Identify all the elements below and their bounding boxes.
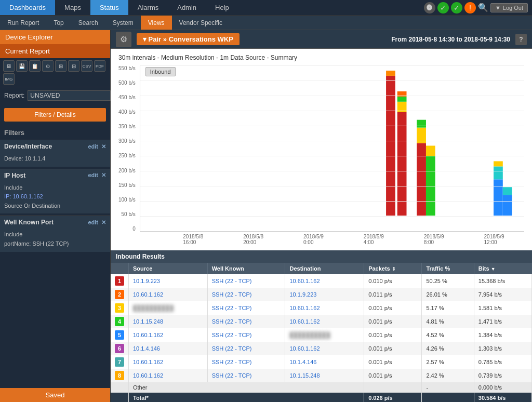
subnav-top[interactable]: Top	[46, 16, 71, 30]
row-well-known[interactable]: SSH (22 - TCP)	[207, 328, 285, 342]
nav-admin[interactable]: Admin	[168, 0, 206, 15]
filter-ip-host-close[interactable]: ✕	[101, 172, 106, 179]
filter-well-known-port: Well Known Port edit ✕ Include portName:…	[0, 216, 110, 251]
y-label-300: 300 b/s	[118, 138, 136, 144]
row-destination[interactable]: 10.60.1.162	[285, 342, 364, 355]
col-destination[interactable]: Destination	[285, 263, 364, 274]
y-label-100: 100 b/s	[118, 197, 136, 203]
row-source[interactable]: ██████████	[129, 301, 208, 315]
toolbar-btn-6[interactable]: ⊟	[68, 60, 79, 72]
subnav-views[interactable]: Views	[141, 16, 172, 30]
toolbar-btn-1[interactable]: 🖥	[3, 60, 15, 72]
row-number: 1	[115, 276, 124, 286]
row-well-known[interactable]: SSH (22 - TCP)	[207, 288, 285, 301]
row-well-known[interactable]: SSH (22 - TCP)	[207, 301, 285, 315]
nav-maps[interactable]: Maps	[55, 0, 90, 15]
row-destination[interactable]: 10.1.15.248	[285, 369, 364, 382]
logout-button[interactable]: ▼ Log Out	[490, 3, 528, 12]
col-source[interactable]: Source	[129, 263, 208, 274]
sidebar-device-explorer[interactable]: Device Explorer	[0, 30, 110, 44]
nav-dashboards[interactable]: Dashboards	[0, 0, 55, 15]
toolbar-btn-2[interactable]: 💾	[16, 60, 28, 72]
other-label: Other	[129, 382, 364, 393]
filter-device-interface-content: Device: 10.1.1.4	[0, 153, 110, 167]
filter-ip-address: IP: 10.60.1.162	[4, 192, 106, 202]
filter-device-interface-edit[interactable]: edit	[88, 143, 98, 150]
row-destination[interactable]: 10.1.4.146	[285, 355, 364, 369]
filter-well-known-port-edit[interactable]: edit	[88, 219, 98, 226]
filter-well-known-port-close[interactable]: ✕	[101, 219, 106, 226]
row-packets: 0.001 p/s	[364, 328, 422, 342]
filter-port-name: portName: SSH (22 TCP)	[4, 239, 106, 249]
row-well-known[interactable]: SSH (22 - TCP)	[207, 342, 285, 355]
subnav-run-report[interactable]: Run Report	[0, 16, 46, 30]
top-navigation: Dashboards Maps Status Alarms Admin Help…	[0, 0, 532, 16]
status-icon-orange: !	[464, 2, 476, 14]
row-traffic: 2.42 %	[422, 369, 474, 382]
row-source[interactable]: 10.60.1.162	[129, 288, 208, 301]
row-destination[interactable]: 10.1.9.223	[285, 288, 364, 301]
sidebar-current-report[interactable]: Current Report	[0, 44, 110, 58]
toolbar-btn-5[interactable]: ⊞	[55, 60, 66, 72]
row-source[interactable]: 10.1.4.146	[129, 342, 208, 355]
grid-line-3	[140, 111, 524, 111]
subnav-vendor-specific[interactable]: Vendor Specific	[172, 16, 230, 30]
row-source[interactable]: 10.1.15.248	[129, 315, 208, 328]
row-destination[interactable]: 10.60.1.162	[285, 274, 364, 288]
col-traffic[interactable]: Traffic %	[422, 263, 474, 274]
table-row: 8 10.60.1.162 SSH (22 - TCP) 10.1.15.248…	[111, 369, 532, 382]
help-button[interactable]: ?	[515, 34, 527, 45]
x-label-4: 2018/5/94:00	[364, 234, 384, 245]
toolbar-btn-img[interactable]: IMG	[3, 73, 15, 85]
row-well-known[interactable]: SSH (22 - TCP)	[207, 274, 285, 288]
report-row: Report:	[0, 87, 110, 104]
row-source[interactable]: 10.60.1.162	[129, 355, 208, 369]
search-icon[interactable]: 🔍	[478, 3, 488, 12]
filter-ip-host-edit[interactable]: edit	[88, 172, 98, 179]
row-source[interactable]: 10.60.1.162	[129, 328, 208, 342]
gear-button[interactable]: ⚙	[116, 32, 131, 47]
filter-ip-host-content: Include IP: 10.60.1.162 Source Or Destin…	[0, 182, 110, 214]
row-destination[interactable]: 10.60.1.162	[285, 301, 364, 315]
status-icon-green: ✓	[437, 2, 449, 14]
report-input[interactable]	[28, 90, 111, 101]
row-num-cell: 2	[111, 288, 129, 301]
total-packets: 0.026 p/s	[364, 393, 422, 402]
y-label-0: 0	[132, 226, 136, 232]
x-label-3: 2018/5/90:00	[303, 234, 324, 245]
row-number: 7	[115, 357, 124, 367]
y-label-350: 350 b/s	[118, 124, 136, 129]
col-well-known[interactable]: Well Known	[207, 263, 285, 274]
filter-port-include: Include	[4, 230, 106, 239]
subnav-system[interactable]: System	[105, 16, 141, 30]
col-packets[interactable]: Packets ⇕	[364, 263, 422, 274]
row-destination[interactable]: 10.60.1.162	[285, 315, 364, 328]
status-icon-green2: ✓	[451, 2, 462, 14]
row-destination[interactable]: ██████████	[285, 328, 364, 342]
nav-alarms[interactable]: Alarms	[128, 0, 168, 15]
row-well-known[interactable]: SSH (22 - TCP)	[207, 315, 285, 328]
table-row: 6 10.1.4.146 SSH (22 - TCP) 10.60.1.162 …	[111, 342, 532, 355]
row-well-known[interactable]: SSH (22 - TCP)	[207, 369, 285, 382]
toolbar-btn-4[interactable]: ⊙	[42, 60, 54, 72]
toolbar-btn-pdf[interactable]: PDF	[94, 60, 105, 72]
row-source[interactable]: 10.60.1.162	[129, 369, 208, 382]
toolbar-btn-csv[interactable]: CSV	[81, 60, 92, 72]
filter-ip-host-actions: edit ✕	[88, 172, 106, 179]
col-bits[interactable]: Bits ▼	[474, 263, 531, 274]
filters-details-button[interactable]: Filters / Details	[4, 108, 106, 122]
inbound-legend: Inbound	[145, 68, 176, 75]
grid-line-10	[140, 216, 524, 217]
row-source[interactable]: 10.1.9.223	[129, 274, 208, 288]
breadcrumb-tag[interactable]: ▾ Pair » Conversations WKP	[137, 33, 240, 45]
grid-line-top	[140, 65, 524, 66]
x-label-5: 2018/5/98:00	[424, 234, 444, 245]
filter-device-interface-close[interactable]: ✕	[101, 143, 106, 150]
row-number: 8	[115, 371, 124, 380]
chart-area: 30m intervals - Medium Resolution - 1m D…	[111, 49, 532, 250]
row-well-known[interactable]: SSH (22 - TCP)	[207, 355, 285, 369]
toolbar-btn-3[interactable]: 📋	[29, 60, 41, 72]
subnav-search[interactable]: Search	[71, 16, 105, 30]
nav-status[interactable]: Status	[90, 0, 128, 15]
nav-help[interactable]: Help	[206, 0, 238, 15]
